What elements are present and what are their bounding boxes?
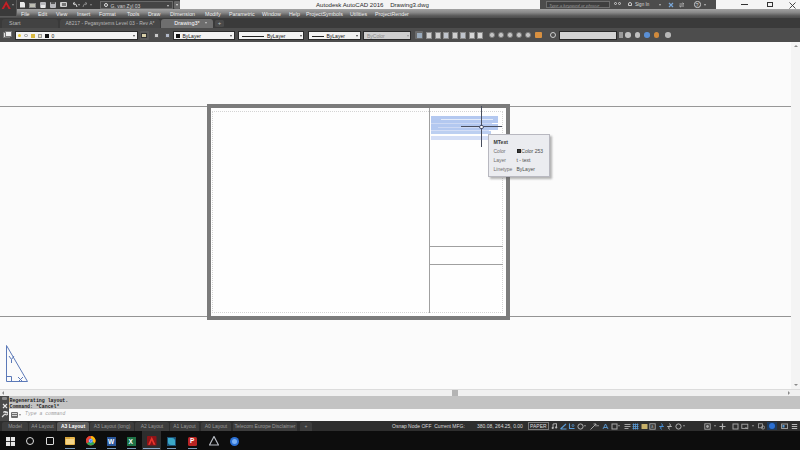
svg-text:a: a bbox=[651, 424, 654, 429]
